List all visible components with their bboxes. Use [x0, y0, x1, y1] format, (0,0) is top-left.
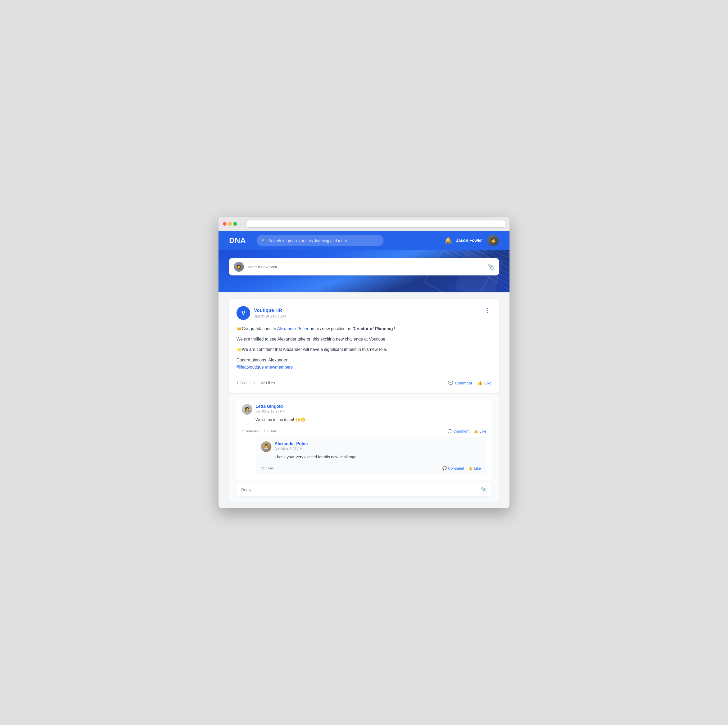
post-actions: 💬 Comment 👍 Like	[448, 381, 491, 385]
search-input[interactable]	[269, 239, 379, 243]
alexander-like-icon: 👍	[468, 466, 473, 470]
hashtag-newmembers[interactable]: #newmembers	[265, 365, 293, 369]
alexander-like-count: 11 Likes	[261, 466, 274, 470]
comment-author-details-letta: Letta Gingold Jan 05 at 12:27 PM	[255, 404, 285, 413]
attachment-icon[interactable]: 📎	[488, 263, 494, 270]
post-comment-count: 1 Comment	[237, 381, 255, 385]
new-post-input[interactable]	[248, 265, 484, 269]
svg-line-7	[499, 250, 509, 253]
alexander-like-btn[interactable]: 👍 Like	[468, 466, 481, 470]
post-composer: 🧔 📎	[229, 258, 499, 275]
reply-footer-alexander: 11 Likes 💬 Comment 👍 Like	[261, 463, 481, 470]
main-content: V Voutique HR Jan 05 at 11:09 AM ⋮ 🤝Cong…	[219, 292, 509, 508]
org-avatar-letter: V	[242, 310, 245, 317]
comment-action-label: Comment	[455, 381, 472, 385]
post-stats: 1 Comment 22 Likes	[237, 381, 275, 385]
letta-like-count: 15 Likes	[264, 429, 277, 433]
reply-actions-alexander: 💬 Comment 👍 Like	[442, 466, 481, 470]
reply-card-alexander: 👨‍💼 Alexander Potier Jan 06 at 8:27 AM T…	[255, 437, 486, 475]
post-card: V Voutique HR Jan 05 at 11:09 AM ⋮ 🤝Cong…	[229, 299, 499, 393]
post-menu-button[interactable]: ⋮	[483, 306, 491, 315]
comment-actions-letta: 💬 Comment 👍 Like	[448, 429, 486, 433]
browser-chrome: ‹ ›	[219, 217, 509, 231]
comment-avatar-letta: 👩	[242, 404, 252, 415]
post-line-4: Congratulations, Alexander! #lifeatvouti…	[237, 356, 491, 371]
post-line-2: We are thrilled to see Alexander take on…	[237, 335, 491, 343]
post-timestamp: Jan 05 at 11:09 AM	[254, 314, 286, 318]
maximize-button[interactable]	[233, 222, 237, 226]
comment-card-letta: 👩 Letta Gingold Jan 05 at 12:27 PM Welco…	[237, 399, 491, 480]
search-icon: 🔍	[261, 238, 266, 243]
alexander-like-label: Like	[474, 466, 481, 470]
back-arrow[interactable]: ‹	[240, 222, 242, 226]
forward-arrow[interactable]: ›	[243, 222, 244, 226]
user-name-label: Jason Fowler	[456, 238, 483, 243]
address-bar[interactable]	[247, 220, 505, 228]
search-bar[interactable]: 🔍	[257, 235, 384, 246]
alexander-comment-label: Comment	[448, 466, 464, 470]
traffic-lights	[223, 222, 237, 226]
svg-line-6	[491, 250, 509, 258]
org-avatar[interactable]: V	[237, 306, 250, 320]
minimize-button[interactable]	[228, 222, 232, 226]
letta-comment-count: 1 Comment	[242, 429, 260, 433]
like-action-label: Like	[484, 381, 491, 385]
comment-header-letta: 👩 Letta Gingold Jan 05 at 12:27 PM	[242, 404, 486, 415]
reply-stats-alexander: 11 Likes	[261, 466, 274, 470]
post-footer: 1 Comment 22 Likes 💬 Comment 👍 Like	[237, 376, 491, 385]
post-author-name[interactable]: Voutique HR	[254, 308, 286, 313]
like-action-icon: 👍	[477, 381, 483, 385]
post-header: V Voutique HR Jan 05 at 11:09 AM ⋮	[237, 306, 491, 320]
user-avatar[interactable]: 🧔	[487, 235, 499, 246]
hashtag-lifeatvoutique[interactable]: #lifeatvoutique	[237, 365, 264, 369]
alexander-comment-icon: 💬	[442, 466, 447, 470]
letta-comment-label: Comment	[453, 429, 470, 433]
browser-window: ‹ › DNA 🔍 🔔 Jason Fowler 🧔	[219, 217, 509, 508]
like-action-button[interactable]: 👍 Like	[477, 381, 491, 385]
comment-action-button[interactable]: 💬 Comment	[448, 381, 472, 385]
reply-body-alexander: Thank you! Very excited for this new cha…	[261, 454, 481, 459]
browser-nav: ‹ ›	[240, 222, 244, 226]
reply-author-alexander[interactable]: Alexander Potier	[275, 441, 308, 446]
reply-input[interactable]	[241, 487, 477, 492]
reply-timestamp-alexander: Jan 06 at 8:27 AM	[275, 447, 308, 451]
post-author-info: V Voutique HR Jan 05 at 11:09 AM	[237, 306, 286, 320]
app-header: DNA 🔍 🔔 Jason Fowler 🧔	[219, 231, 509, 250]
reply-header-alexander: 👨‍💼 Alexander Potier Jan 06 at 8:27 AM	[261, 441, 481, 452]
reply-box: 📎	[237, 483, 491, 496]
letta-comment-btn[interactable]: 💬 Comment	[448, 429, 470, 433]
hero-area: 🧔 📎	[219, 250, 509, 292]
reply-avatar-alexander: 👨‍💼	[261, 441, 271, 452]
comment-footer-letta: 1 Comment 15 Likes 💬 Comment 👍 Like	[242, 426, 486, 433]
comments-section: 👩 Letta Gingold Jan 05 at 12:27 PM Welco…	[229, 394, 499, 502]
composer-avatar: 🧔	[234, 262, 244, 272]
letta-like-icon: 👍	[474, 429, 478, 433]
header-right: 🔔 Jason Fowler 🧔	[445, 235, 499, 246]
comment-timestamp-letta: Jan 05 at 12:27 PM	[255, 409, 285, 413]
nested-comment-alexander: 👨‍💼 Alexander Potier Jan 06 at 8:27 AM T…	[255, 437, 486, 475]
post-line-1: 🤝Congratulations to Alexander Potier on …	[237, 325, 491, 332]
comment-stats-letta: 1 Comment 15 Likes	[242, 429, 277, 433]
app-logo: DNA	[229, 236, 250, 245]
notification-bell[interactable]: 🔔	[445, 237, 452, 244]
reply-author-details-alexander: Alexander Potier Jan 06 at 8:27 AM	[275, 441, 308, 451]
avatar-image: 🧔	[487, 235, 499, 246]
post-like-count: 22 Likes	[261, 381, 275, 385]
reply-attachment-icon[interactable]: 📎	[481, 487, 487, 493]
letta-comment-icon: 💬	[448, 429, 452, 433]
close-button[interactable]	[223, 222, 226, 226]
post-line-3: 🌟We are confident that Alexander will ha…	[237, 346, 491, 353]
post-author-details: Voutique HR Jan 05 at 11:09 AM	[254, 308, 286, 318]
comment-author-letta[interactable]: Letta Gingold	[255, 404, 285, 409]
mention-link[interactable]: Alexander Potier	[277, 327, 308, 331]
letta-like-btn[interactable]: 👍 Like	[474, 429, 486, 433]
comment-action-icon: 💬	[448, 381, 453, 385]
bold-title: Director of Planning	[352, 327, 393, 331]
comment-body-letta: Welcome to the team! 🙌😁	[242, 417, 486, 422]
letta-like-label: Like	[479, 429, 486, 433]
alexander-comment-btn[interactable]: 💬 Comment	[442, 466, 464, 470]
post-body: 🤝Congratulations to Alexander Potier on …	[237, 325, 491, 371]
